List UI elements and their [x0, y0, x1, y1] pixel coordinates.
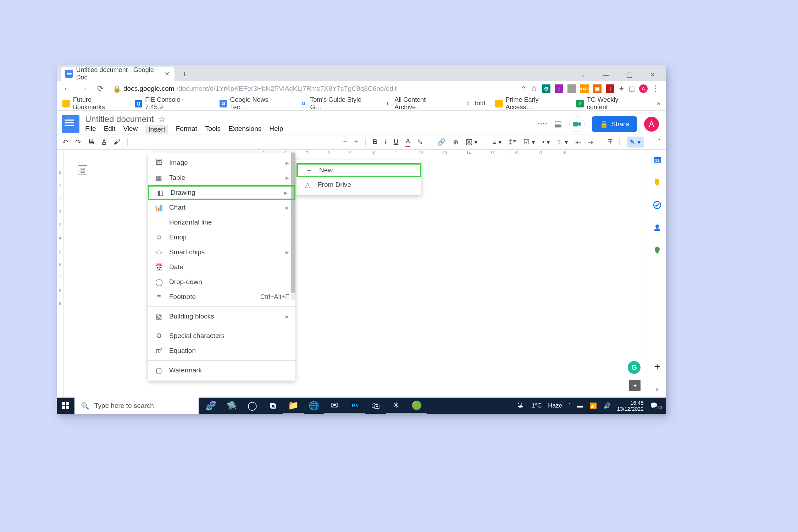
menu-item-special[interactable]: ΩSpecial characters [148, 328, 295, 343]
grammarly-icon[interactable]: G [628, 361, 641, 374]
battery-icon[interactable]: ▬ [577, 402, 583, 409]
redo-icon[interactable]: ↷ [75, 138, 81, 146]
volume-icon[interactable]: 🔊 [603, 402, 611, 410]
store-icon[interactable]: 🛍 [365, 398, 386, 414]
menu-item-image[interactable]: 🖼Image▶ [148, 155, 295, 170]
star-bookmark-icon[interactable]: ☆ [531, 84, 538, 93]
highlight-icon[interactable]: ✎ [417, 138, 423, 146]
task-icon[interactable]: 🧬 [201, 398, 221, 414]
bookmark-item[interactable]: ✓TG Weekly content… [576, 96, 647, 111]
bookmark-item[interactable]: Prime Early Access… [495, 96, 566, 111]
explorer-icon[interactable]: 📁 [283, 398, 304, 414]
text-color-icon[interactable]: A [405, 137, 410, 147]
document-title[interactable]: Untitled document [85, 114, 154, 124]
clear-format-icon[interactable]: T [608, 138, 613, 146]
link-icon[interactable]: 🔗 [437, 138, 446, 146]
bookmark-item[interactable]: Future Bookmarks [62, 96, 125, 111]
menu-item-equation[interactable]: π²Equation [148, 343, 295, 358]
cortana-icon[interactable]: ◯ [242, 398, 262, 414]
clock[interactable]: 16:45 13/12/2022 [617, 400, 644, 412]
menu-item-footnote[interactable]: ≡FootnoteCtrl+Alt+F [148, 289, 295, 304]
bold-icon[interactable]: B [373, 138, 378, 146]
account-avatar-icon[interactable]: A [644, 117, 659, 132]
wifi-icon[interactable]: 📶 [589, 402, 597, 410]
underline-icon[interactable]: U [394, 138, 399, 146]
italic-icon[interactable]: I [384, 138, 386, 146]
task-icon[interactable]: 🛸 [221, 398, 242, 414]
print-icon[interactable]: 🖶 [88, 138, 95, 146]
menu-item-date[interactable]: 📅Date [148, 260, 295, 275]
bookmark-item[interactable]: GTom's Guide Style G… [300, 96, 374, 111]
forward-icon[interactable]: → [80, 84, 88, 93]
sidepanel-icon[interactable]: ◫ [629, 85, 635, 93]
add-addon-icon[interactable]: ＋ [652, 361, 662, 371]
explore-button[interactable]: ✦ [629, 380, 641, 391]
collapse-side-icon[interactable]: › [652, 384, 662, 394]
font-size-minus-icon[interactable]: − [343, 138, 347, 146]
extension-icon[interactable]: I [606, 84, 614, 93]
slack-icon[interactable]: ✳ [386, 398, 406, 414]
bookmarks-overflow-icon[interactable]: » [657, 100, 660, 107]
mail-icon[interactable]: ✉ [324, 398, 345, 414]
collapse-toolbar-icon[interactable]: ˆ [658, 138, 660, 146]
menu-item-building-blocks[interactable]: ▧Building blocks▶ [148, 309, 295, 324]
chrome-icon[interactable]: 🟢 [406, 398, 427, 414]
checklist-icon[interactable]: ☑ ▾ [523, 138, 535, 146]
taskview-icon[interactable]: ⧉ [262, 398, 283, 414]
close-window-icon[interactable]: ✕ [650, 71, 655, 79]
bookmark-item[interactable]: tAll Content Archive… [384, 96, 454, 111]
star-document-icon[interactable]: ☆ [159, 115, 166, 124]
indent-increase-icon[interactable]: ⇥ [588, 138, 594, 146]
menu-tools[interactable]: Tools [205, 125, 221, 134]
browser-tab[interactable]: Untitled document - Google Doc ✕ [61, 67, 174, 81]
menu-item-table[interactable]: ▦Table▶ [148, 170, 295, 185]
menu-extensions[interactable]: Extensions [228, 125, 261, 134]
keep-icon[interactable] [652, 177, 662, 187]
font-size-plus-icon[interactable]: + [354, 138, 358, 146]
line-spacing-icon[interactable]: ‡≡ [509, 138, 517, 146]
outline-toggle-icon[interactable]: ▤ [78, 165, 87, 174]
back-icon[interactable]: ← [63, 84, 71, 93]
menu-item-hr[interactable]: —Horizontal line [148, 215, 295, 230]
spellcheck-icon[interactable]: A [102, 138, 106, 146]
comment-add-icon[interactable]: ⊕ [453, 138, 459, 146]
docs-logo-icon[interactable] [62, 115, 79, 133]
menu-file[interactable]: File [85, 125, 96, 134]
refresh-icon[interactable]: ⟳ [97, 84, 104, 93]
start-button[interactable] [57, 398, 74, 414]
url-field[interactable]: 🔒 docs.google.com/document/d/1YrKpKEFer3… [113, 85, 511, 93]
bullet-list-icon[interactable]: • ▾ [542, 138, 550, 146]
tasks-icon[interactable] [652, 200, 662, 210]
image-insert-icon[interactable]: 🖼 ▾ [466, 138, 478, 146]
minimize-icon[interactable]: — [603, 71, 609, 79]
menu-item-smart-chips[interactable]: ⬭Smart chips▶ [148, 245, 295, 260]
weather-icon[interactable]: 🌤 [517, 402, 523, 409]
extensions-icon[interactable]: ✦ [619, 84, 625, 93]
submenu-item-new[interactable]: ＋New [297, 163, 421, 177]
extension-beta-icon[interactable]: BETA [580, 84, 589, 93]
align-icon[interactable]: ≡ ▾ [492, 138, 501, 146]
close-tab-icon[interactable]: ✕ [165, 70, 170, 78]
indent-decrease-icon[interactable]: ⇤ [575, 138, 581, 146]
kebab-menu-icon[interactable]: ⋮ [652, 84, 660, 93]
notifications-icon[interactable]: 💬20 [650, 402, 662, 410]
menu-view[interactable]: View [123, 125, 138, 134]
menu-item-watermark[interactable]: ▢Watermark [148, 363, 295, 378]
extension-icon[interactable]: ⊖ [542, 84, 550, 93]
editing-mode-button[interactable]: ✎ ▾ [627, 137, 643, 148]
edge-icon[interactable]: 🌐 [304, 398, 324, 414]
meet-button[interactable] [569, 116, 585, 132]
paint-format-icon[interactable]: 🖌 [113, 138, 120, 146]
extension-icon[interactable]: i [555, 84, 563, 93]
calendar-icon[interactable]: 31 [652, 155, 662, 165]
activity-icon[interactable]: 〰 [538, 119, 547, 129]
menu-edit[interactable]: Edit [104, 125, 116, 134]
bookmark-item[interactable]: tfold [464, 100, 485, 107]
tray-overflow-icon[interactable]: ˆ [569, 402, 571, 409]
menu-help[interactable]: Help [269, 125, 283, 134]
maximize-icon[interactable]: ▢ [626, 71, 633, 79]
comments-icon[interactable]: ▤ [554, 119, 562, 129]
submenu-item-from-drive[interactable]: △From Drive [297, 177, 421, 192]
contacts-icon[interactable] [652, 223, 662, 233]
photoshop-icon[interactable]: Ps [345, 398, 365, 414]
